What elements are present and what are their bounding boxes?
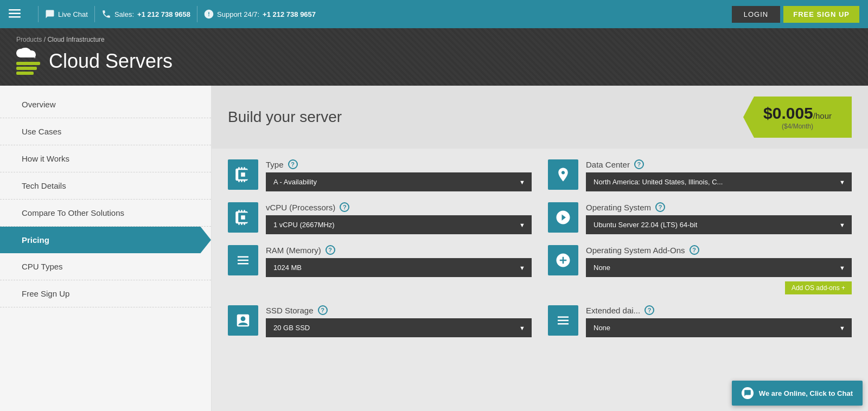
os-addons-icon — [555, 252, 571, 268]
support-contact: Support 24/7: +1 212 738 9657 — [204, 9, 316, 19]
ram-label: RAM (Memory) — [266, 246, 321, 255]
type-option-content: Type ? A - Availability B - Balanced C -… — [266, 159, 532, 191]
add-os-addons-button[interactable]: Add OS add-ons + — [785, 281, 852, 294]
ssd-select-wrapper: 20 GB SSD 40 GB SSD 80 GB SSD 160 GB SSD — [266, 318, 532, 337]
extended-help-icon[interactable]: ? — [644, 305, 654, 315]
nav-divider-2 — [94, 6, 95, 22]
option-vcpu: vCPU (Processors) ? 1 vCPU (2667MHz) 2 v… — [228, 202, 532, 234]
ram-icon — [235, 252, 251, 268]
extended-select-wrapper: None Daily Weekly — [586, 318, 852, 337]
chat-widget-icon — [742, 387, 754, 399]
extended-icon-box — [548, 305, 578, 336]
os-addons-label: Operating System Add-Ons — [586, 246, 685, 255]
option-os-addons: Operating System Add-Ons ? None cPanel/W… — [548, 245, 852, 294]
os-addons-option-content: Operating System Add-Ons ? None cPanel/W… — [586, 245, 852, 294]
location-icon — [555, 166, 571, 183]
sales-contact: Sales: +1 212 738 9658 — [101, 9, 190, 19]
price-amount: $0.005 — [763, 104, 813, 122]
option-extended-row: Extended dai... ? None Daily Weekly — [548, 305, 852, 337]
free-signup-button[interactable]: FREE SIGN UP — [783, 6, 859, 23]
os-option-content: Operating System ? Ubuntu Server 22.04 (… — [586, 202, 852, 234]
datacenter-select[interactable]: North America: United States, Illinois, … — [586, 172, 852, 191]
content-area: Build your server $0.005/hour ($4/Month) — [212, 86, 868, 411]
vcpu-label: vCPU (Processors) — [266, 203, 335, 212]
svg-rect-0 — [9, 9, 21, 11]
option-ssd-row: SSD Storage ? 20 GB SSD 40 GB SSD 80 GB … — [228, 305, 532, 337]
os-icon-box — [548, 202, 578, 233]
server-options-grid: Type ? A - Availability B - Balanced C -… — [212, 149, 868, 348]
breadcrumb: Products / Cloud Infrastructure — [16, 36, 852, 43]
option-datacenter: Data Center ? North America: United Stat… — [548, 159, 852, 191]
vcpu-help-icon[interactable]: ? — [340, 202, 349, 212]
os-help-icon[interactable]: ? — [655, 202, 665, 212]
sidebar-item-cpu-types[interactable]: CPU Types — [0, 253, 211, 280]
ssd-label: SSD Storage — [266, 306, 314, 315]
ssd-select[interactable]: 20 GB SSD 40 GB SSD 80 GB SSD 160 GB SSD — [266, 318, 532, 337]
sidebar-item-how-it-works[interactable]: How it Works — [0, 145, 211, 172]
main-layout: Overview Use Cases How it Works Tech Det… — [0, 86, 868, 411]
option-type-row: Type ? A - Availability B - Balanced C -… — [228, 159, 532, 191]
os-addons-help-icon[interactable]: ? — [690, 245, 699, 255]
ram-option-content: RAM (Memory) ? 512 MB 1024 MB 2048 MB 40… — [266, 245, 532, 277]
ssd-help-icon[interactable]: ? — [318, 305, 328, 315]
cpu-icon — [235, 166, 251, 183]
live-chat-link[interactable]: Live Chat — [45, 9, 88, 19]
option-vcpu-row: vCPU (Processors) ? 1 vCPU (2667MHz) 2 v… — [228, 202, 532, 234]
sidebar-item-overview[interactable]: Overview — [0, 91, 211, 118]
extended-select[interactable]: None Daily Weekly — [586, 318, 852, 337]
sidebar-item-pricing[interactable]: Pricing — [0, 227, 211, 253]
option-os-addons-row: Operating System Add-Ons ? None cPanel/W… — [548, 245, 852, 294]
type-select-wrapper: A - Availability B - Balanced C - Comput… — [266, 172, 532, 191]
os-icon — [555, 209, 571, 226]
ssd-option-content: SSD Storage ? 20 GB SSD 40 GB SSD 80 GB … — [266, 305, 532, 337]
vcpu-icon — [235, 209, 251, 226]
sidebar-item-compare[interactable]: Compare To Other Solutions — [0, 200, 211, 227]
price-monthly: ($4/Month) — [756, 123, 839, 130]
type-select[interactable]: A - Availability B - Balanced C - Comput… — [266, 172, 532, 191]
build-server-title: Build your server — [228, 108, 743, 126]
cloud-server-icon — [16, 48, 40, 75]
ram-icon-box — [228, 245, 258, 275]
type-icon-box — [228, 159, 258, 190]
vcpu-option-content: vCPU (Processors) ? 1 vCPU (2667MHz) 2 v… — [266, 202, 532, 234]
datacenter-icon-box — [548, 159, 578, 190]
ssd-icon — [235, 312, 251, 329]
header-banner: Products / Cloud Infrastructure Cloud Se… — [0, 28, 868, 86]
option-datacenter-row: Data Center ? North America: United Stat… — [548, 159, 852, 191]
chat-widget[interactable]: We are Online, Click to Chat — [732, 381, 863, 406]
build-server-header: Build your server $0.005/hour ($4/Month) — [212, 86, 868, 149]
datacenter-label: Data Center — [586, 160, 630, 169]
price-display: $0.005/hour — [756, 104, 839, 123]
login-button[interactable]: LOGIN — [732, 6, 780, 23]
datacenter-select-wrapper: North America: United States, Illinois, … — [586, 172, 852, 191]
os-addons-select-wrapper: None cPanel/WHM Plesk — [586, 258, 852, 277]
os-select[interactable]: Ubuntu Server 22.04 (LTS) 64-bit Ubuntu … — [586, 215, 852, 234]
datacenter-option-content: Data Center ? North America: United Stat… — [586, 159, 852, 191]
chat-bubble-icon — [744, 389, 751, 397]
vcpu-select[interactable]: 1 vCPU (2667MHz) 2 vCPU (5334MHz) 4 vCPU… — [266, 215, 532, 234]
price-tag: $0.005/hour ($4/Month) — [743, 97, 852, 138]
os-addons-select[interactable]: None cPanel/WHM Plesk — [586, 258, 852, 277]
os-select-wrapper: Ubuntu Server 22.04 (LTS) 64-bit Ubuntu … — [586, 215, 852, 234]
vcpu-icon-box — [228, 202, 258, 233]
chat-widget-label: We are Online, Click to Chat — [759, 389, 853, 397]
sidebar-item-free-signup[interactable]: Free Sign Up — [0, 280, 211, 307]
sidebar-item-tech-details[interactable]: Tech Details — [0, 172, 211, 200]
option-extended: Extended dai... ? None Daily Weekly — [548, 305, 852, 337]
type-help-icon[interactable]: ? — [288, 159, 298, 169]
vcpu-select-wrapper: 1 vCPU (2667MHz) 2 vCPU (5334MHz) 4 vCPU… — [266, 215, 532, 234]
ram-help-icon[interactable]: ? — [326, 245, 335, 255]
hamburger-menu[interactable] — [9, 8, 21, 21]
ram-select[interactable]: 512 MB 1024 MB 2048 MB 4096 MB 8192 MB — [266, 258, 532, 277]
type-label: Type — [266, 160, 284, 169]
sidebar-item-use-cases[interactable]: Use Cases — [0, 118, 211, 145]
os-label: Operating System — [586, 203, 651, 212]
page-title-row: Cloud Servers — [16, 48, 852, 75]
ram-select-wrapper: 512 MB 1024 MB 2048 MB 4096 MB 8192 MB — [266, 258, 532, 277]
stack-lines — [16, 62, 40, 75]
svg-rect-1 — [9, 12, 21, 14]
page-title: Cloud Servers — [49, 50, 173, 73]
nav-divider-3 — [197, 6, 197, 22]
sidebar: Overview Use Cases How it Works Tech Det… — [0, 86, 212, 411]
datacenter-help-icon[interactable]: ? — [634, 159, 644, 169]
